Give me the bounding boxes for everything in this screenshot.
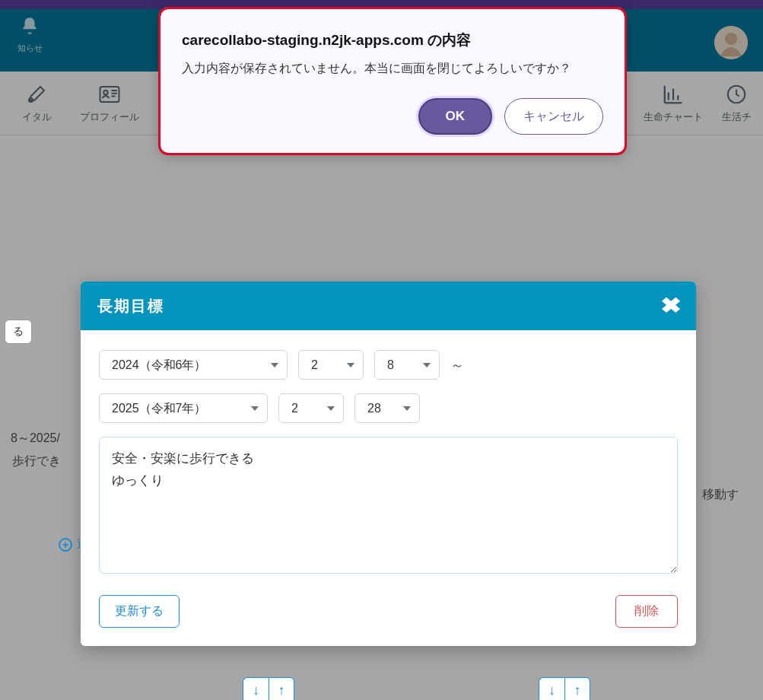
confirm-actions: OK キャンセル — [182, 98, 603, 135]
ok-button[interactable]: OK — [418, 98, 493, 135]
start-day-select[interactable]: 8 — [374, 350, 440, 380]
modal-body: 2024（令和6年） 2 8 ～ 2025（令和7年） 2 28 更新する 削除 — [81, 330, 696, 646]
end-month-select[interactable]: 2 — [278, 393, 344, 423]
start-month-select[interactable]: 2 — [298, 350, 364, 380]
reorder-arrows-1: ↓ ↑ — [243, 677, 294, 700]
bg-action-btn: る — [5, 320, 32, 344]
reorder-arrows-2: ↓ ↑ — [539, 677, 590, 700]
confirm-dialog: carecollabo-staging.n2jk-apps.com の内容 入力… — [161, 9, 625, 153]
confirm-title: carecollabo-staging.n2jk-apps.com の内容 — [182, 30, 603, 50]
bg-date-range: 8～2025/ — [11, 431, 60, 447]
cancel-button[interactable]: キャンセル — [504, 98, 603, 135]
start-date-row: 2024（令和6年） 2 8 ～ — [99, 350, 678, 380]
long-term-goal-modal: 長期目標 ✖ 2024（令和6年） 2 8 ～ 2025（令和7年） 2 28 … — [81, 282, 696, 646]
modal-header: 長期目標 ✖ — [81, 282, 696, 330]
end-day-select[interactable]: 28 — [354, 393, 420, 423]
modal-title: 長期目標 — [97, 296, 164, 317]
plus-circle-icon: + — [59, 538, 72, 552]
close-icon[interactable]: ✖ — [660, 295, 682, 317]
move-down-button[interactable]: ↓ — [539, 677, 564, 700]
bg-btn-ru[interactable]: る — [5, 320, 32, 344]
start-year-select[interactable]: 2024（令和6年） — [99, 350, 288, 380]
move-down-button[interactable]: ↓ — [243, 677, 269, 700]
confirm-message: 入力内容が保存されていません。本当に画面を閉じてよろしいですか？ — [182, 61, 603, 77]
delete-button[interactable]: 削除 — [615, 595, 678, 628]
update-button[interactable]: 更新する — [99, 595, 180, 628]
date-range-separator: ～ — [450, 356, 464, 374]
modal-actions: 更新する 削除 — [99, 595, 678, 628]
move-up-button[interactable]: ↑ — [564, 677, 590, 700]
bg-walk-text: 歩行でき — [12, 453, 61, 469]
end-date-row: 2025（令和7年） 2 28 — [99, 393, 678, 423]
end-year-select[interactable]: 2025（令和7年） — [99, 393, 268, 423]
move-up-button[interactable]: ↑ — [269, 677, 294, 700]
bg-move-text: 移動す — [702, 487, 739, 503]
goal-textarea[interactable] — [99, 437, 678, 574]
